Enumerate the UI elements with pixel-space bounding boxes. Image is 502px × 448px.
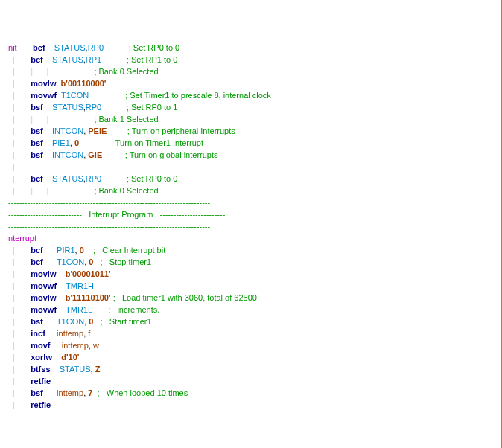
- mnemonic: btfss: [31, 365, 50, 374]
- mnemonic: bcf: [31, 55, 43, 64]
- label: Interrupt: [6, 234, 36, 243]
- operand-2: RP0: [86, 174, 101, 183]
- operand-1: d'10': [61, 353, 79, 362]
- comment: ; When looped 10 times: [98, 388, 188, 397]
- operand-1: b'00001011': [66, 269, 111, 278]
- code-line: | | bcf PIR1, 0 ; Clear Interrupt bit: [6, 244, 495, 256]
- operand-1: inttemp: [62, 341, 89, 350]
- indent-guide: | |: [6, 150, 31, 159]
- mnemonic: movlw: [31, 79, 56, 88]
- indent-guide: | |: [6, 246, 31, 255]
- code-line: | | | | ; Bank 0 Selected: [6, 185, 495, 196]
- operand-1: PIE1: [52, 138, 70, 147]
- operand-1: T1CON: [57, 257, 84, 266]
- mnemonic: bsf: [31, 388, 43, 397]
- indent-guide: | |: [6, 91, 31, 100]
- operand-1: STATUS: [60, 365, 91, 374]
- operand-1: b'11110100': [66, 293, 111, 302]
- operand-2: PEIE: [88, 127, 107, 135]
- code-line: | | incf inttemp, f: [6, 327, 495, 339]
- indent-guide: | |: [6, 174, 31, 183]
- comment: ; Load timer1 with 3060, total of 62500: [113, 293, 257, 302]
- mnemonic: xorlw: [31, 353, 52, 362]
- code-line: | | xorlw d'10': [6, 351, 495, 363]
- comment: ; Stop timer1: [101, 257, 151, 266]
- operand-1: PIR1: [57, 246, 74, 255]
- comment: ; Bank 1 Selected: [94, 115, 158, 124]
- mnemonic: bsf: [31, 150, 43, 159]
- indent-guide: | |: [6, 317, 31, 326]
- comment: ; Bank 0 Selected: [94, 186, 158, 195]
- mnemonic: movf: [31, 341, 50, 350]
- code-line: | | bsf T1CON, 0 ; Start timer1: [6, 316, 495, 327]
- operand-2: RP0: [88, 43, 104, 52]
- mnemonic: bcf: [33, 43, 45, 52]
- operand-1: STATUS: [52, 174, 83, 183]
- comment-divider: ;--------------------------- Interrupt P…: [6, 210, 225, 219]
- comment: ; Turn on Timer1 Interrupt: [111, 138, 203, 147]
- operand-2: GIE: [88, 150, 102, 159]
- mnemonic: bsf: [31, 317, 43, 326]
- operand-2: RP1: [86, 55, 101, 64]
- operand-1: inttemp: [57, 329, 83, 338]
- code-line: | | movlw b'00110000': [6, 77, 495, 89]
- code-line: | | bsf PIE1, 0 ; Turn on Timer1 Interru…: [6, 137, 495, 149]
- comment: ; Clear Interrupt bit: [93, 246, 165, 255]
- mnemonic: movlw: [31, 269, 56, 278]
- indent-guide: | |: [6, 329, 31, 338]
- indent-guide: | | | |: [6, 115, 94, 124]
- indent-guide: | |: [6, 293, 31, 302]
- code-line: | | movf inttemp, w: [6, 339, 495, 351]
- operand-1: STATUS: [52, 103, 83, 112]
- indent-guide: | |: [6, 365, 31, 374]
- code-line: | | bcf STATUS,RP1 ; Set RP1 to 0: [6, 54, 495, 65]
- operand-1: INTCON: [52, 127, 83, 135]
- operand-1: INTCON: [52, 150, 83, 159]
- indent-guide: | |: [6, 305, 31, 314]
- code-line: | | movwf TMR1H: [6, 280, 495, 292]
- mnemonic: bsf: [31, 103, 43, 112]
- code-line: | | movwf T1CON ; Set Timer1 to prescale…: [6, 89, 495, 101]
- code-line: | | movlw b'00001011': [6, 268, 495, 280]
- operand-2: RP0: [86, 103, 101, 112]
- mnemonic: bsf: [31, 127, 43, 135]
- indent-guide: | |: [6, 138, 31, 147]
- operand-1: T1CON: [57, 317, 84, 326]
- code-line: | | bsf inttemp, 7 ; When looped 10 time…: [6, 387, 495, 399]
- comment: ; Set RP0 to 1: [127, 103, 177, 112]
- mnemonic: bcf: [31, 246, 43, 255]
- code-line: ;---------------------------------------…: [6, 220, 495, 232]
- comment: ; Turn on global interrupts: [125, 150, 218, 159]
- code-line: | | bsf STATUS,RP0 ; Set RP0 to 1: [6, 101, 495, 113]
- operand-2: 0: [89, 317, 93, 326]
- operand-1: STATUS: [54, 43, 86, 52]
- code-line: | | bsf INTCON, PEIE ; Turn on periphera…: [6, 125, 495, 137]
- code-line: Interrupt: [6, 232, 495, 244]
- indent-guide: | |: [6, 269, 31, 278]
- comment: ; Turn on peripheral Interrupts: [127, 127, 235, 135]
- operand-2: 0: [89, 257, 93, 266]
- indent-guide: | | | |: [6, 186, 94, 195]
- code-line: | | btfss STATUS, Z: [6, 363, 495, 375]
- operand-1: inttemp: [57, 388, 83, 397]
- mnemonic: movlw: [31, 293, 56, 302]
- indent-guide: | |: [6, 55, 31, 64]
- code-line: | | | | ; Bank 1 Selected: [6, 113, 495, 125]
- code-line: | | movwf TMR1L ; increments.: [6, 304, 495, 316]
- comment: ; Set RP0 to 0: [127, 174, 177, 183]
- code-line: | | bcf T1CON, 0 ; Stop timer1: [6, 256, 495, 268]
- code-line: | | | | ; Bank 0 Selected: [6, 65, 495, 77]
- code-line: | | retfie: [6, 399, 495, 411]
- mnemonic: retfie: [31, 400, 51, 409]
- indent-guide: | | | |: [6, 67, 94, 76]
- comment-divider: ;---------------------------------------…: [6, 198, 210, 207]
- operand-2: Z: [95, 365, 101, 374]
- operand-2: f: [88, 329, 90, 338]
- comment: ; Set RP0 to 0: [129, 43, 179, 52]
- indent-guide: | |: [6, 257, 31, 266]
- indent-guide: | |: [6, 79, 31, 88]
- indent-guide: | |: [6, 103, 31, 112]
- mnemonic: retfie: [31, 377, 51, 385]
- mnemonic: incf: [31, 329, 45, 338]
- code-line: Init bcf STATUS,RP0 ; Set RP0 to 0: [6, 42, 495, 54]
